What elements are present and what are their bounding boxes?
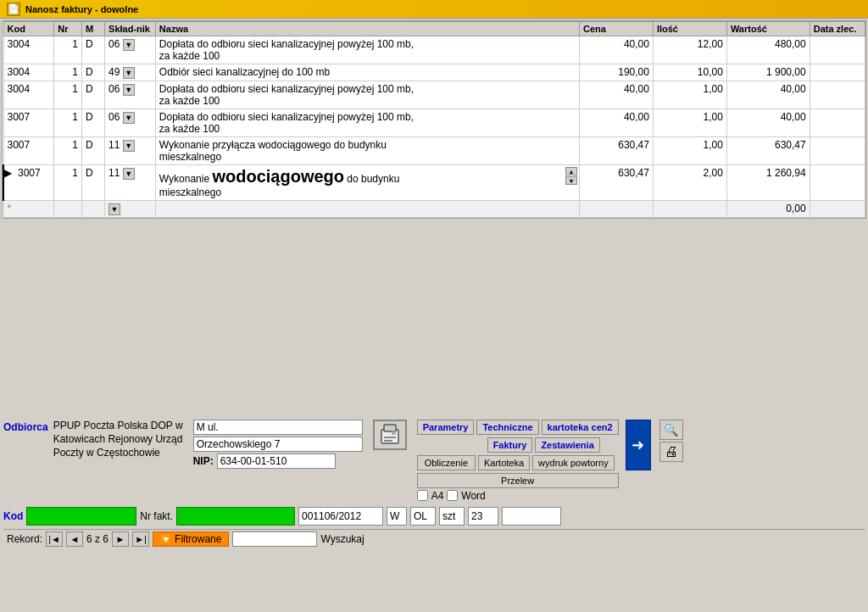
- data-table: Kod Nr M Skład-nik Nazwa Cena Ilość Wart…: [3, 21, 865, 218]
- top-buttons-row: Parametry Techniczne kartoteka cen2: [417, 420, 619, 435]
- table-row-current[interactable]: ▶ 3007 1 D 11 ▼ Wykonanie wodociągowego …: [3, 164, 865, 200]
- kartoteka-button[interactable]: Kartoteka: [478, 455, 530, 470]
- cell-nr: 1: [54, 164, 82, 200]
- cell-cena: 40,00: [579, 108, 653, 136]
- cell-nr: 1: [54, 81, 82, 108]
- parametry-button[interactable]: Parametry: [417, 420, 475, 435]
- new-cell-ilosc: [653, 200, 726, 217]
- cell-wartosc: 630,47: [726, 136, 810, 164]
- header-data: Data zlec.: [810, 22, 865, 36]
- street-value-input[interactable]: [193, 437, 363, 452]
- word-checkbox[interactable]: [447, 490, 458, 501]
- techniczne-button[interactable]: Techniczne: [476, 420, 538, 435]
- new-cell-wartosc: 0,00: [726, 200, 810, 217]
- cell-wartosc: 1 900,00: [726, 64, 810, 81]
- header-kod: Kod: [3, 22, 54, 36]
- cell-data: [810, 81, 865, 108]
- szt-input[interactable]: [439, 507, 465, 526]
- obliczenie-button[interactable]: Obliczenie: [417, 455, 476, 470]
- dropdown-btn[interactable]: ▼: [123, 112, 135, 124]
- bottom-form: Kod Nr fakt.: [3, 507, 865, 526]
- new-cell-nazwa: [155, 200, 579, 217]
- nip-input[interactable]: [217, 453, 336, 469]
- print-icon-btn[interactable]: 🖨: [659, 442, 683, 462]
- dropdown-btn[interactable]: ▼: [123, 168, 135, 180]
- header-ilosc: Ilość: [653, 22, 726, 36]
- svg-rect-2: [392, 431, 396, 435]
- svg-rect-4: [384, 440, 392, 442]
- arrow-icon-btn[interactable]: ➜: [626, 420, 651, 470]
- ol-input[interactable]: [410, 507, 436, 526]
- filter-btn[interactable]: 🔽 Filtrowane: [153, 531, 229, 547]
- table-row[interactable]: 3007 1 D 11 ▼ Wykonanie przyłącza wodoci…: [3, 136, 865, 164]
- fax-icon-btn[interactable]: [373, 420, 407, 450]
- cell-ilosc: 1,00: [653, 136, 726, 164]
- scroll-down-btn[interactable]: ▼: [565, 176, 577, 185]
- scroll-up-btn[interactable]: ▲: [565, 167, 577, 175]
- checkbox-row: A4 Word: [417, 490, 619, 502]
- cell-skladnik: 06 ▼: [105, 36, 156, 64]
- kartoteka-cen2-button[interactable]: kartoteka cen2: [542, 420, 619, 435]
- table-row[interactable]: 3007 1 D 06 ▼ Dopłata do odbioru sieci k…: [3, 108, 865, 136]
- cell-kod: 3004: [3, 64, 54, 81]
- nr-fakt-input[interactable]: [176, 507, 295, 526]
- table-row[interactable]: 3004 1 D 49 ▼ Odbiór sieci kanalizacyjne…: [3, 64, 865, 81]
- cell-wartosc: 40,00: [726, 108, 810, 136]
- nav-prev-btn[interactable]: ◄: [66, 531, 83, 547]
- header-nazwa: Nazwa: [155, 22, 579, 36]
- w-input[interactable]: [387, 507, 407, 526]
- cell-skladnik: 11 ▼: [105, 164, 156, 200]
- table-new-row[interactable]: * ▼ 0,00: [3, 200, 865, 217]
- wydruk-powtorny-button[interactable]: wydruk powtorny: [532, 455, 615, 470]
- cell-nr: 1: [54, 108, 82, 136]
- new-cell-data: [810, 200, 865, 217]
- cell-nazwa: Dopłata do odbioru sieci kanalizacyjnej …: [155, 108, 579, 136]
- new-dropdown-btn[interactable]: ▼: [108, 203, 120, 215]
- przelew-button[interactable]: Przelew: [417, 473, 619, 488]
- table-row[interactable]: 3004 1 D 06 ▼ Dopłata do odbioru sieci k…: [3, 36, 865, 64]
- nr-fakt-label: Nr fakt.: [140, 510, 173, 522]
- cell-nazwa: Dopłata do odbioru sieci kanalizacyjnej …: [155, 81, 579, 108]
- nip-label: NIP:: [193, 455, 214, 467]
- nr-fakt-value-input[interactable]: [298, 507, 383, 526]
- address-block: NIP:: [193, 420, 363, 469]
- cell-m: D: [81, 64, 104, 81]
- search-input[interactable]: [232, 531, 317, 547]
- cell-m: D: [81, 36, 104, 64]
- cell-m: D: [81, 164, 104, 200]
- cell-ilosc: 12,00: [653, 36, 726, 64]
- dropdown-btn[interactable]: ▼: [123, 84, 135, 96]
- table-area: Kod Nr M Skład-nik Nazwa Cena Ilość Wart…: [2, 20, 866, 219]
- a4-label: A4: [431, 490, 444, 502]
- num-input[interactable]: [468, 507, 498, 526]
- status-bar: Rekord: |◄ ◄ 6 z 6 ► ►| 🔽 Filtrowane Wys…: [3, 529, 865, 549]
- faktury-button[interactable]: Faktury: [487, 437, 533, 453]
- app-icon: 📄: [7, 3, 20, 16]
- new-cell-skladnik: ▼: [105, 200, 156, 217]
- dropdown-btn[interactable]: ▼: [123, 67, 135, 79]
- street-label-input[interactable]: [193, 420, 363, 435]
- dropdown-btn[interactable]: ▼: [123, 140, 135, 152]
- search-icon-btn[interactable]: 🔍: [659, 420, 683, 440]
- nav-first-btn[interactable]: |◄: [46, 531, 63, 547]
- cell-kod: 3007: [3, 136, 54, 164]
- cell-ilosc: 1,00: [653, 81, 726, 108]
- cell-data: [810, 136, 865, 164]
- dropdown-btn[interactable]: ▼: [123, 39, 135, 51]
- a4-checkbox[interactable]: [417, 490, 428, 501]
- table-row[interactable]: 3004 1 D 06 ▼ Dopłata do odbioru sieci k…: [3, 81, 865, 108]
- zestawienia-button[interactable]: Zestawienia: [535, 437, 599, 453]
- cell-ilosc: 1,00: [653, 108, 726, 136]
- svg-rect-3: [384, 437, 396, 438]
- title-bar-text: Nanosz faktury - dowolne: [25, 4, 138, 14]
- cell-cena: 630,47: [579, 136, 653, 164]
- cell-ilosc: 2,00: [653, 164, 726, 200]
- kod-form-input[interactable]: [26, 507, 136, 526]
- cell-cena: 40,00: [579, 36, 653, 64]
- rekord-label: Rekord:: [7, 533, 42, 545]
- cell-m: D: [81, 108, 104, 136]
- cell-nr: 1: [54, 64, 82, 81]
- extra-input[interactable]: [502, 507, 561, 526]
- nav-next-btn[interactable]: ►: [112, 531, 129, 547]
- nav-last-btn[interactable]: ►|: [132, 531, 149, 547]
